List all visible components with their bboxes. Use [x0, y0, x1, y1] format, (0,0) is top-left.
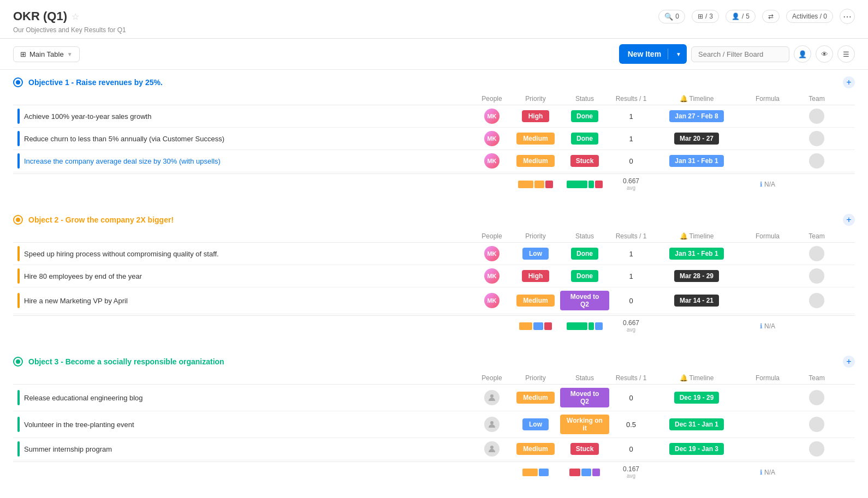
new-item-button[interactable]: New Item ▼ [619, 44, 687, 64]
formula-value: N/A [764, 469, 775, 476]
status-badge[interactable]: Done [571, 270, 598, 282]
status-badge[interactable]: Stuck [570, 155, 599, 167]
timeline-cell[interactable]: Mar 20 - 27 [653, 133, 740, 145]
priority-badge[interactable]: Medium [516, 155, 554, 167]
objective-3-header[interactable]: Object 3 - Become a socially responsible… [13, 349, 855, 372]
chat-icon[interactable]: 💬 [136, 296, 147, 305]
search-filter-input[interactable] [691, 46, 789, 62]
priority-badge[interactable]: Medium [516, 295, 554, 307]
timeline-cell[interactable]: Mar 14 - 21 [653, 295, 740, 307]
timeline-badge[interactable]: Jan 31 - Feb 1 [669, 248, 723, 260]
result-cell: 1 [609, 135, 653, 143]
chat-icon[interactable]: 💬 [172, 111, 182, 121]
chat-icon[interactable]: 💬 [151, 271, 161, 281]
item-name-cell: Reduce churn to less than 5% annually (v… [13, 131, 473, 146]
summary-formula: ℹ N/A [740, 322, 795, 330]
activities-pill[interactable]: Activities / 0 [786, 10, 833, 23]
timeline-cell[interactable]: Dec 19 - Jan 3 [653, 443, 740, 455]
priority-cell[interactable]: Medium [511, 295, 560, 307]
timeline-badge[interactable]: Jan 27 - Feb 8 [669, 110, 723, 122]
priority-cell[interactable]: Medium [511, 392, 560, 404]
status-badge[interactable]: Working on it [560, 415, 609, 434]
filter-button[interactable]: ☰ [837, 45, 855, 63]
priority-cell[interactable]: Medium [511, 443, 560, 455]
status-cell[interactable]: Done [560, 133, 609, 145]
objective-1-header[interactable]: Objective 1 - Raise revenues by 25%. + [13, 70, 855, 93]
priority-badge[interactable]: Medium [516, 443, 554, 455]
timeline-badge[interactable]: Dec 31 - Jan 1 [669, 418, 724, 430]
item-name-link[interactable]: Increase the company average deal size b… [24, 157, 221, 165]
status-bar [592, 469, 600, 476]
summary-priority-bars [511, 180, 560, 189]
more-options-button[interactable]: ⋯ [840, 9, 855, 24]
status-cell[interactable]: Moved to Q2 [560, 291, 609, 310]
timeline-badge[interactable]: Jan 31 - Feb 1 [669, 155, 723, 167]
timeline-badge[interactable]: Mar 28 - 29 [674, 270, 719, 282]
priority-badge[interactable]: High [522, 270, 550, 282]
priority-badge[interactable]: Medium [516, 392, 554, 404]
status-cell[interactable]: Done [560, 110, 609, 122]
priority-cell[interactable]: Low [511, 248, 560, 260]
objective-3-column-headers: People Priority Status Results / 1 🔔 Tim… [13, 372, 855, 385]
status-badge[interactable]: Done [571, 110, 598, 122]
status-cell[interactable]: Moved to Q2 [560, 388, 609, 407]
chat-icon[interactable]: 💬 [152, 393, 162, 403]
timeline-cell[interactable]: Mar 28 - 29 [653, 270, 740, 282]
row-accent-bar [17, 131, 20, 146]
objective-3-add-button[interactable]: + [843, 356, 855, 368]
status-bar [595, 322, 603, 330]
timeline-cell[interactable]: Dec 19 - 29 [653, 392, 740, 404]
chat-icon[interactable]: 💬 [121, 444, 131, 454]
person-icon: 👤 [732, 13, 740, 20]
status-badge[interactable]: Done [571, 248, 598, 260]
priority-cell[interactable]: High [511, 270, 560, 282]
objective-2-header[interactable]: Object 2 - Grow the company 2X bigger! + [13, 207, 855, 230]
objective-4-header[interactable]: Object 4 - Build a Great Corporate Cultu… [13, 495, 855, 498]
chat-icon[interactable]: 💬 [143, 419, 153, 429]
priority-cell[interactable]: High [511, 110, 560, 122]
priority-badge[interactable]: High [522, 110, 550, 122]
timeline-cell[interactable]: Dec 31 - Jan 1 [653, 418, 740, 430]
timeline-badge[interactable]: Dec 19 - 29 [674, 392, 720, 404]
status-badge[interactable]: Stuck [570, 443, 599, 455]
status-badge[interactable]: Done [571, 133, 598, 145]
priority-cell[interactable]: Medium [511, 133, 560, 145]
person-cell: MK [473, 109, 511, 124]
chat-icon[interactable]: 💬 [228, 249, 238, 259]
timeline-badge[interactable]: Mar 14 - 21 [674, 295, 719, 307]
item-name: Release educational engineering blog [24, 394, 143, 402]
priority-cell[interactable]: Low [511, 418, 560, 430]
timeline-cell[interactable]: Jan 31 - Feb 1 [653, 248, 740, 260]
status-badge[interactable]: Moved to Q2 [560, 388, 609, 407]
connect-icon-pill[interactable]: ⇄ [762, 10, 780, 23]
priority-badge[interactable]: Low [522, 418, 549, 430]
timeline-badge[interactable]: Dec 19 - Jan 3 [669, 443, 724, 455]
group-count-pill[interactable]: ⊞ / 3 [692, 10, 719, 23]
timeline-cell[interactable]: Jan 31 - Feb 1 [653, 155, 740, 167]
chat-icon[interactable]: 💬 [229, 156, 240, 166]
timeline-cell[interactable]: Jan 27 - Feb 8 [653, 110, 740, 122]
status-cell[interactable]: Stuck [560, 443, 609, 455]
objective-1-add-button[interactable]: + [843, 76, 855, 88]
person-count-pill[interactable]: 👤 / 5 [726, 10, 756, 23]
status-cell[interactable]: Stuck [560, 155, 609, 167]
priority-badge[interactable]: Low [522, 248, 549, 260]
status-cell[interactable]: Done [560, 270, 609, 282]
priority-cell[interactable]: Medium [511, 155, 560, 167]
objective-2-add-button[interactable]: + [843, 214, 855, 226]
status-badge[interactable]: Moved to Q2 [560, 291, 609, 310]
team-cell [795, 268, 839, 284]
status-cell[interactable]: Done [560, 248, 609, 260]
chat-icon[interactable]: 💬 [233, 134, 243, 143]
favorite-star-icon[interactable]: ☆ [72, 11, 79, 22]
user-profile-button[interactable]: 👤 [794, 45, 811, 63]
new-item-dropdown-icon[interactable]: ▼ [670, 51, 687, 57]
eye-view-button[interactable]: 👁 [816, 45, 833, 63]
timeline-badge[interactable]: Mar 20 - 27 [674, 133, 719, 145]
main-table-button[interactable]: ⊞ Main Table ▼ [13, 46, 80, 62]
search-count-pill[interactable]: 🔍 0 [658, 10, 685, 23]
check-icon[interactable]: ✓ [160, 111, 170, 121]
priority-badge[interactable]: Medium [516, 133, 554, 145]
status-cell[interactable]: Working on it [560, 415, 609, 434]
avatar-placeholder [484, 390, 500, 405]
